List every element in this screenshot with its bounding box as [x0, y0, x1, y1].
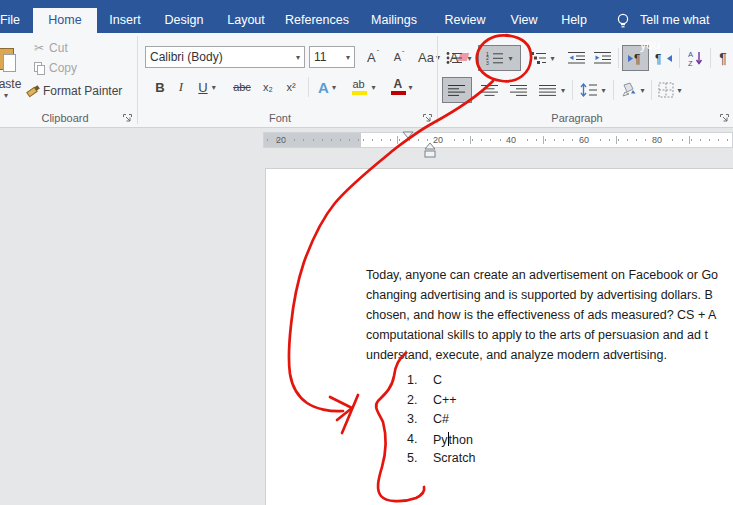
align-left-button[interactable] [442, 77, 472, 103]
small-separator [308, 77, 309, 97]
increase-indent-icon [594, 51, 612, 65]
italic-button[interactable]: I [172, 75, 190, 99]
bullets-button[interactable]: ▾ [441, 46, 477, 70]
shading-button[interactable]: ▾ [616, 78, 648, 102]
small-separator [572, 80, 573, 100]
cut-label: Cut [49, 41, 68, 55]
superscript-button[interactable]: x² [280, 75, 302, 99]
list-item-number: 4. [407, 432, 417, 446]
italic-label: I [179, 79, 183, 95]
format-painter-button[interactable]: Format Painter [26, 83, 136, 99]
group-separator [437, 36, 438, 124]
small-separator [651, 80, 652, 100]
chevron-down-icon: ▾ [677, 86, 681, 95]
tab-references[interactable]: References [278, 8, 356, 33]
list-item[interactable]: C [433, 373, 442, 387]
line-spacing-icon [580, 83, 598, 97]
list-item[interactable]: C# [433, 412, 449, 426]
ruler-mid-ticks [397, 136, 731, 144]
chevron-down-icon: ▾ [4, 91, 8, 100]
text-highlight-button[interactable]: ab ▾ [347, 75, 381, 99]
horizontal-ruler: 20 20 40 60 80 [263, 132, 733, 148]
font-name-combobox[interactable]: Calibri (Body) ▾ [145, 46, 305, 68]
list-item[interactable]: Scratch [433, 451, 475, 465]
sort-button[interactable]: A Z [683, 46, 707, 70]
numbering-icon: 1 2 3 [486, 51, 504, 65]
font-dialog-launcher[interactable] [422, 113, 433, 124]
increase-indent-button[interactable] [591, 46, 615, 70]
paragraph-line: Today, anyone can create an advertisemen… [366, 265, 718, 285]
svg-text:Z: Z [688, 59, 693, 67]
chevron-down-icon: ▾ [467, 54, 471, 63]
shrink-font-button[interactable]: A ˇ [387, 46, 411, 68]
small-separator [710, 48, 711, 68]
font-size-value: 11 [314, 50, 326, 64]
body-paragraph[interactable]: Today, anyone can create an advertisemen… [366, 265, 718, 365]
font-color-label: A [393, 77, 402, 91]
paste-label: Paste [0, 77, 21, 91]
tab-design[interactable]: Design [156, 8, 212, 33]
tab-view[interactable]: View [502, 8, 546, 33]
line-spacing-button[interactable]: ▾ [576, 78, 610, 102]
cut-button[interactable]: ✂ Cut [34, 40, 90, 56]
tab-mailings[interactable]: Mailings [362, 8, 426, 33]
text-effects-button[interactable]: A ▾ [312, 75, 342, 99]
font-color-button[interactable]: A ▾ [386, 75, 418, 99]
underline-button[interactable]: U ▾ [192, 75, 222, 99]
text-before-cursor: Py [433, 433, 448, 447]
copy-icon [34, 62, 46, 75]
tab-file[interactable]: File [0, 8, 28, 33]
align-center-icon [481, 84, 499, 97]
grow-font-label: A [367, 50, 376, 65]
chevron-down-icon: ▾ [212, 83, 216, 92]
bold-button[interactable]: B [150, 75, 170, 99]
tab-review[interactable]: Review [436, 8, 494, 33]
numbering-button[interactable]: 1 2 3 ▾ [478, 45, 521, 71]
caret-up-icon: ˆ [377, 49, 379, 56]
first-line-indent-marker[interactable] [402, 131, 414, 139]
justify-button[interactable]: ▾ [535, 78, 569, 102]
borders-button[interactable]: ▾ [653, 78, 687, 102]
hanging-indent-marker[interactable] [424, 142, 436, 159]
paragraph-dialog-launcher[interactable] [719, 113, 730, 124]
font-color-swatch [391, 91, 406, 95]
subscript-button[interactable]: x₂ [257, 75, 279, 99]
show-hide-marks-button[interactable]: ¶ [713, 46, 733, 70]
decrease-indent-button[interactable] [565, 46, 589, 70]
list-item[interactable]: Python [433, 432, 473, 447]
tab-layout[interactable]: Layout [219, 8, 273, 33]
list-item[interactable]: C++ [433, 393, 457, 407]
borders-icon [658, 82, 674, 98]
grow-font-button[interactable]: A ˆ [361, 46, 385, 68]
document-page[interactable]: Today, anyone can create an advertisemen… [265, 168, 733, 505]
small-separator [679, 48, 680, 68]
strikethrough-label: abc [233, 81, 251, 93]
font-name-value: Calibri (Body) [150, 50, 223, 64]
bold-label: B [155, 80, 164, 95]
tell-me-search[interactable]: Tell me what you [640, 8, 733, 33]
svg-text:¶: ¶ [634, 52, 640, 66]
copy-button[interactable]: Copy [34, 60, 100, 76]
strikethrough-button[interactable]: abc [228, 75, 256, 99]
clipboard-dialog-launcher[interactable] [122, 113, 133, 124]
highlight-label: ab [352, 78, 364, 90]
tab-home[interactable]: Home [33, 8, 97, 33]
chevron-down-icon: ▾ [408, 83, 412, 92]
tab-help[interactable]: Help [552, 8, 596, 33]
underline-label: U [198, 80, 207, 95]
align-left-icon [448, 84, 466, 97]
chevron-down-icon: ▾ [508, 54, 512, 63]
align-right-button[interactable] [506, 78, 532, 102]
chevron-down-icon: ▾ [550, 54, 554, 63]
font-color-icon: A [391, 78, 406, 96]
sort-az-icon: A Z [688, 50, 703, 66]
small-separator [618, 48, 619, 68]
multilevel-list-button[interactable]: ▾ [524, 46, 562, 70]
font-size-combobox[interactable]: 11 ▾ [309, 46, 355, 68]
tab-insert[interactable]: Insert [100, 8, 150, 33]
ruler-ticks [267, 139, 359, 141]
text-after-cursor: thon [449, 433, 473, 447]
change-case-button[interactable]: Aa ▾ [414, 46, 444, 68]
list-item-number: 5. [407, 451, 417, 465]
align-center-button[interactable] [477, 78, 503, 102]
